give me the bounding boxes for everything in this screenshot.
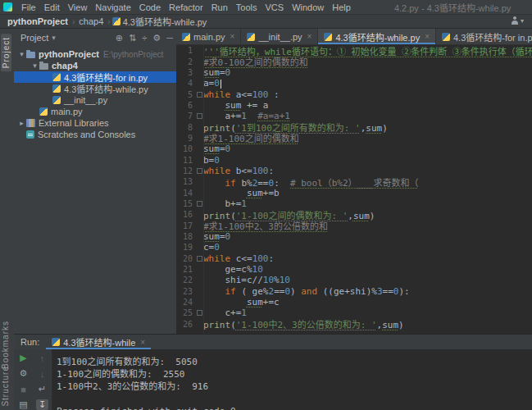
code-line[interactable]: 23 if ( ge%2==0) and ((ge+shi)%3==0): [176,286,532,297]
menu-navigate[interactable]: Navigate [91,2,134,12]
close-icon[interactable]: × [307,32,312,41]
line-number: 8 [176,123,195,132]
soft-wrap-icon[interactable]: ↵ [36,384,48,394]
tree-item[interactable]: __init__.py [14,94,176,106]
folder-icon [39,63,48,70]
rerun-button[interactable]: ▶ [17,353,30,363]
scroll-up-icon[interactable]: ↑ [36,353,48,363]
run-toolbar: ▶⚙■▤ ↑↓↵↧ [14,349,52,410]
menu-code[interactable]: Code [135,2,165,12]
code-line[interactable]: 6 sum += a [176,100,532,111]
code-line[interactable]: 13 if b%2==0: # bool（b%2）___求奇数和（ [176,176,532,187]
tree-item-path: E:\pythonProject [103,50,163,59]
code-line[interactable]: 4a=0 [176,78,532,89]
fold-marker-icon[interactable] [195,310,203,316]
breadcrumb-item[interactable]: 4.3循环结构-while.py [120,15,210,28]
tree-item[interactable]: ▾chap4 [14,60,176,71]
tree-item[interactable]: main.py [14,106,176,117]
code-editor[interactable]: 1'''循环结构，while循环语句：① 初始化变量 ②条件判断 ③条件执行体（… [176,45,532,334]
fold-marker-icon[interactable] [195,256,203,262]
gear-icon[interactable]: ⚙ [152,34,161,43]
editor-tab[interactable]: 4.3循环结构-for in.py× [436,29,532,44]
menu-run[interactable]: Run [207,2,232,12]
tree-item[interactable]: Scratches and Consoles [14,129,176,140]
code-line[interactable]: 20while c<=100: [176,253,532,264]
chevron-down-icon[interactable]: ▾ [17,50,26,58]
editor-tab-label: 4.3循环结构-for in.py [453,30,532,43]
py-icon [112,17,120,25]
fold-marker-icon[interactable] [195,201,203,207]
tree-item[interactable]: 4.3循环结构-while.py [14,83,176,94]
run-tab-label: 4.3循环结构-while [63,335,135,348]
code-line[interactable]: 18sum=0 [176,231,532,242]
menu-view[interactable]: View [64,2,92,12]
code-line[interactable]: 9#求1-100之间的偶数和 [176,133,532,144]
code-text: #求1-100中2、3的公倍数的和 [203,219,328,232]
menu-tools[interactable]: Tools [232,2,261,12]
settings-wrench-icon[interactable]: ⚙ [17,368,30,379]
close-icon[interactable]: × [230,32,235,41]
code-text: if b%2==0: # bool（b%2）___求奇数和（ [203,175,418,189]
tree-item[interactable]: ▸External Libraries [14,117,176,129]
tree-item-label: External Libraries [39,118,109,128]
console-line [57,393,529,405]
breadcrumb-item[interactable]: pythonProject [5,16,70,26]
code-line[interactable]: 2#求0-100之间的偶数的和 [176,56,532,66]
scroll-down-icon[interactable]: ↓ [36,368,48,379]
tool-button-project[interactable]: Project [1,34,11,71]
editor-tab[interactable]: __init__.py× [241,29,318,44]
menu-window[interactable]: Window [288,2,328,12]
py-icon [52,84,61,93]
code-text: c=0 [203,242,220,253]
tree-item[interactable]: ▾pythonProjectE:\pythonProject [14,48,176,60]
scroll-end-icon[interactable]: ↧ [36,399,48,410]
line-number: 11 [176,156,195,165]
tool-button-bookmarks[interactable]: Bookmarks [1,321,10,369]
code-line[interactable]: 10sum=0 [176,144,532,154]
code-line[interactable]: 11b=0 [176,154,532,165]
chevron-down-icon: ▾ [52,34,56,42]
code-line[interactable]: 21 ge=c%10 [176,264,532,275]
menu-vcs[interactable]: VCS [261,2,289,12]
stop-button[interactable]: ■ [17,384,30,394]
code-line[interactable]: 22 shi=c//10%10 [176,275,532,285]
collapse-all-icon[interactable]: ⇅ [129,34,136,43]
code-line[interactable]: 19c=0 [176,242,532,253]
project-panel-title[interactable]: Project [20,33,48,43]
close-icon[interactable]: × [425,32,430,41]
code-line[interactable]: 17#求1-100中2、3的公倍数的和 [176,221,532,231]
profile-button[interactable]: ▾ [511,16,524,25]
layout-icon[interactable]: ▤ [17,399,30,410]
menu-file[interactable]: File [17,2,40,12]
tree-item-label: chap4 [52,61,78,71]
close-icon[interactable]: × [140,338,145,347]
tool-window-strip: Project Bookmarks Structure [0,29,15,410]
tool-button-structure[interactable]: Structure [1,366,10,407]
menu-edit[interactable]: Edit [40,2,64,12]
code-text: while c<=100: [203,253,274,264]
chevron-down-icon: ▾ [521,17,524,25]
lib-icon [26,119,35,127]
menu-help[interactable]: Help [328,2,355,12]
fold-marker-icon[interactable] [195,92,203,98]
fold-marker-icon[interactable] [195,113,203,119]
code-line[interactable]: 14 sum+=b [176,187,532,198]
code-line[interactable]: 24 sum+=c [176,297,532,308]
fold-marker-icon[interactable] [195,168,203,174]
menu-refactor[interactable]: Refactor [165,2,207,12]
run-tab[interactable]: 4.3循环结构-while × [46,335,151,349]
editor-tab[interactable]: 4.3循环结构-while.py× [318,29,436,44]
hide-panel-icon[interactable]: ─ [166,34,173,43]
tree-item[interactable]: 4.3循环结构-for in.py [14,71,176,83]
code-text: shi=c//10%10 [203,275,290,285]
chevron-down-icon[interactable]: ▾ [30,61,39,70]
code-line[interactable]: 3sum=0 [176,67,532,78]
view-options-icon[interactable]: ÷ [142,34,147,43]
locate-file-icon[interactable]: ⊕ [116,34,123,43]
breadcrumb-item[interactable]: chap4 [76,16,106,26]
editor-tab[interactable]: main.py× [176,29,241,44]
code-line[interactable]: 5while a<=100 : [176,89,532,99]
chevron-right-icon[interactable]: ▸ [17,119,26,127]
code-line[interactable]: 26print('1-100中2、3的公倍数的和为: ',sum) [176,319,532,330]
line-number: 23 [176,287,195,296]
